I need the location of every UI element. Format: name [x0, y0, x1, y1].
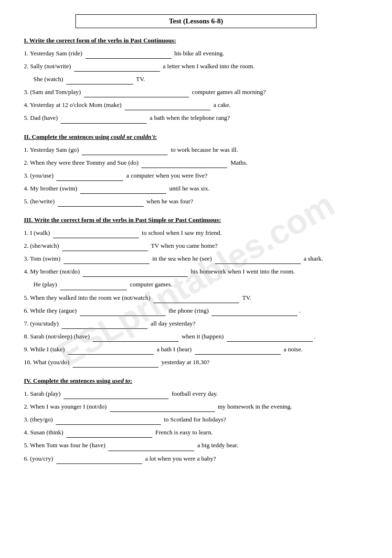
- s4-blank-1: [64, 399, 169, 399]
- s4-blank-3: [56, 424, 161, 425]
- s2-item-1: 1. Yesterday Sam (go) to work because he…: [24, 145, 368, 155]
- s1-blank-1: [85, 58, 171, 59]
- section-1-title: I. Write the correct form of the verbs i…: [24, 37, 368, 44]
- s3-item-4b: He (play) computer games.: [33, 279, 368, 290]
- s2-blank-5: [58, 206, 144, 207]
- s3-item-8: 8. Sarah (not/sleep) (have) when it (hap…: [24, 331, 368, 342]
- s2-item-3: 3. (you/use) a computer when you were fi…: [24, 170, 368, 181]
- s1-item-3: 3. (Sam and Tom/play) computer games all…: [24, 87, 368, 97]
- s4-blank-4: [66, 437, 152, 438]
- s1-item-4: 4. Yesterday at 12 o'clock Mom (make) a …: [24, 100, 368, 110]
- page-title: Test (Lessons 6-8): [75, 14, 317, 28]
- s1-blank-4: [125, 110, 211, 110]
- s2-blank-4: [80, 193, 166, 194]
- s3-blank-7: [62, 328, 148, 329]
- s1-blank-2b: [66, 84, 133, 84]
- s4-blank-6: [56, 463, 142, 464]
- s2-item-4: 4. My brother (swim) until he was six.: [24, 183, 368, 194]
- s3-blank-8b: [227, 341, 313, 342]
- s1-blank-5: [61, 123, 147, 124]
- s2-blank-1: [82, 155, 168, 155]
- section-3: III. Write the correct form of the verbs…: [24, 216, 368, 368]
- s4-item-4: 4. Susan (think) French is easy to learn…: [24, 427, 368, 438]
- s3-blank-5: [153, 303, 239, 303]
- s4-item-3: 3. (they/go) to Scotland for holidays?: [24, 414, 368, 425]
- s2-item-2: 2. When they were three Tommy and Sue (d…: [24, 158, 368, 168]
- s3-blank-8a: [93, 341, 179, 342]
- s1-item-2: 2. Sally (not/write) a letter when I wal…: [24, 61, 368, 72]
- s3-blank-6b: [212, 316, 297, 316]
- section-4-title: IV. Complete the sentences using used to…: [24, 377, 368, 385]
- s3-blank-2: [62, 251, 148, 251]
- section-3-title: III. Write the correct form of the verbs…: [24, 216, 368, 224]
- s3-blank-9a: [68, 354, 154, 355]
- s2-blank-3: [56, 180, 123, 181]
- s3-item-9: 9. While I (take) a bath I (hear) a nois…: [24, 344, 368, 355]
- s1-item-2b: She (watch) TV.: [33, 74, 368, 84]
- s4-item-6: 6. (you/cry) a lot when you were a baby?: [24, 453, 368, 464]
- s2-item-5: 5. (he/write) when he was four?: [24, 196, 368, 207]
- section-4: IV. Complete the sentences using used to…: [24, 377, 368, 464]
- s2-blank-2: [141, 168, 227, 168]
- s4-blank-5: [108, 451, 194, 451]
- s3-item-5: 5. When they walked into the room we (no…: [24, 293, 368, 303]
- s4-item-2: 2. When I was younger I (not/do) my home…: [24, 401, 368, 412]
- s3-blank-6a: [80, 316, 166, 316]
- s3-item-2: 2. (she/watch) TV when you came home?: [24, 241, 368, 251]
- s3-item-4: 4. My brother (not/do) his homework when…: [24, 266, 368, 277]
- section-2: II. Complete the sentences using could o…: [24, 133, 368, 207]
- s3-blank-3a: [64, 263, 149, 264]
- s1-item-5: 5. Dad (have) a bath when the telephone …: [24, 113, 368, 123]
- s1-item-1: 1. Yesterday Sam (ride) his bike all eve…: [24, 48, 368, 59]
- s3-item-3: 3. Tom (swim) in the sea when he (see) a…: [24, 253, 368, 264]
- s3-blank-1: [53, 238, 139, 238]
- section-2-title: II. Complete the sentences using could o…: [24, 133, 368, 141]
- s4-item-1: 1. Sarah (play) football every day.: [24, 389, 368, 399]
- s1-blank-3: [84, 97, 189, 97]
- s3-blank-4b: [60, 290, 127, 290]
- s3-blank-10: [73, 367, 159, 368]
- s3-blank-9b: [195, 354, 281, 355]
- s3-blank-4: [83, 276, 188, 277]
- s4-blank-2: [110, 411, 215, 412]
- s3-item-1: 1. I (walk) to school when I saw my frie…: [24, 228, 368, 238]
- s1-blank-2: [74, 71, 160, 72]
- s3-item-6: 6. While they (argue) the phone (ring) .: [24, 305, 368, 316]
- s4-item-5: 5. When Tom was four he (have) a big ted…: [24, 440, 368, 451]
- s3-item-10: 10. What (you/do) yesterday at 18.30?: [24, 357, 368, 368]
- s3-blank-3b: [215, 263, 301, 264]
- section-1: I. Write the correct form of the verbs i…: [24, 37, 368, 124]
- s3-item-7: 7. (you/study) all day yesterday?: [24, 318, 368, 329]
